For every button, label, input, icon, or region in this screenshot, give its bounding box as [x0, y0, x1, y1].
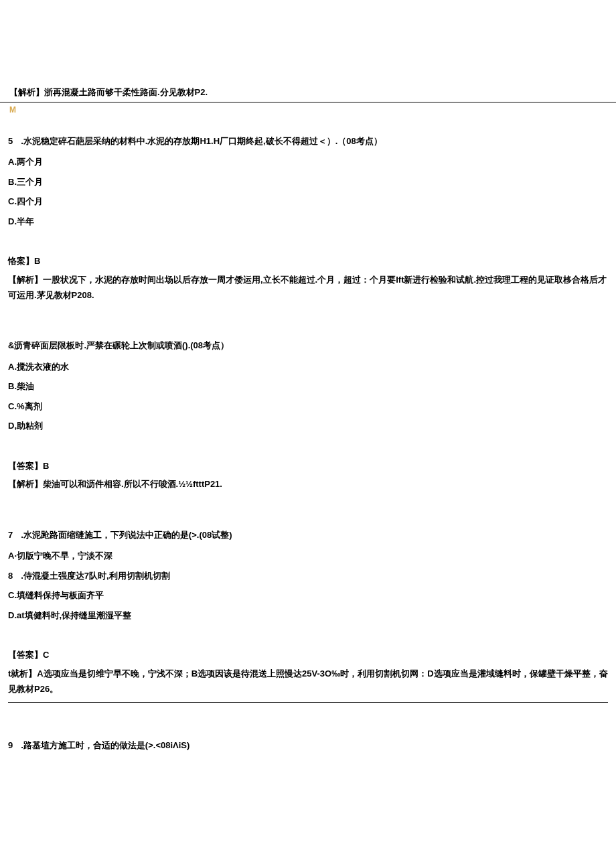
- q7-option-d: D.at填健料时,保持缝里潮湿平整: [8, 609, 608, 622]
- analysis-top: 【解析】浙再混凝土路而够干柔性路面.分见教材P2.: [0, 0, 616, 102]
- q6-option-d: D,助粘剂: [8, 419, 608, 433]
- q5-analysis: 【解析】一股状况下，水泥的存放时间出场以后存放一周才倭运用,立长不能超过.个月，…: [8, 272, 608, 303]
- q5-option-b: B.三个月: [8, 175, 608, 189]
- q7-option-b-num: 8: [8, 569, 13, 583]
- q7-option-b-body: .侍混凝土强度达7队时,利用切割机切割: [21, 571, 169, 581]
- question-9-body: .路基埴方施工时，合适的做法是(>.<08iΛiS): [21, 740, 189, 750]
- question-6-text: &沥青碎面层限板时.严禁在碾轮上次制或喷酒().(08考点）: [8, 339, 608, 352]
- q6-answer: 【答案】B: [8, 460, 608, 473]
- question-7-text: 7.水泥跄路面缩缝施工，下列说法中正确的是(>.(08试整): [8, 528, 608, 542]
- q7-answer: 【答案】C: [8, 648, 608, 662]
- q6-option-c: C.%离剂: [8, 400, 608, 413]
- question-5-text: 5.水泥稳定碎石葩层采纳的材料中.水泥的存放期H1.H厂口期终起,破长不得超过＜…: [8, 135, 608, 148]
- m-label: M: [0, 102, 616, 116]
- question-9-text: 9.路基埴方施工时，合适的做法是(>.<08iΛiS): [8, 739, 608, 752]
- question-7-body: .水泥跄路面缩缝施工，下列说法中正确的是(>.(08试整): [21, 530, 232, 540]
- question-9-num: 9: [8, 739, 13, 752]
- q5-option-c: C.四个月: [8, 195, 608, 208]
- q6-option-b: B.柴油: [8, 380, 608, 393]
- question-9: 9.路基埴方施工时，合适的做法是(>.<08iΛiS): [8, 739, 608, 752]
- q5-answer: 恪案】B: [8, 255, 608, 268]
- q7-option-c: C.填缝料保持与板面齐平: [8, 589, 608, 602]
- question-5: 5.水泥稳定碎石葩层采纳的材料中.水泥的存放期H1.H厂口期终起,破长不得超过＜…: [8, 135, 608, 303]
- q6-option-a: A.搅洗衣液的水: [8, 360, 608, 374]
- q5-option-a: A.两个月: [8, 155, 608, 169]
- question-7: 7.水泥跄路面缩缝施工，下列说法中正确的是(>.(08试整) A·切版宁晚不早，…: [8, 528, 608, 703]
- q7-option-a: A·切版宁晚不早，宁淡不深: [8, 549, 608, 563]
- q7-option-b: 8.侍混凝土强度达7队时,利用切割机切割: [8, 569, 608, 583]
- question-6: &沥青碎面层限板时.严禁在碾轮上次制或喷酒().(08考点） A.搅洗衣液的水 …: [8, 339, 608, 492]
- question-5-body: .水泥稳定碎石葩层采纳的材料中.水泥的存放期H1.H厂口期终起,破长不得超过＜）…: [21, 136, 382, 146]
- q5-option-d: D.半年: [8, 215, 608, 228]
- question-5-num: 5: [8, 135, 13, 148]
- question-7-num: 7: [8, 528, 13, 542]
- q6-analysis: 【解析】柴油可以和沥件相容.所以不行唆酒.½½ftttP21.: [8, 476, 608, 492]
- q7-analysis: t就析】A选项应当是切维宁早不晚，宁浅不深；B选项因该是待混送上照慢达25V-3…: [8, 666, 608, 697]
